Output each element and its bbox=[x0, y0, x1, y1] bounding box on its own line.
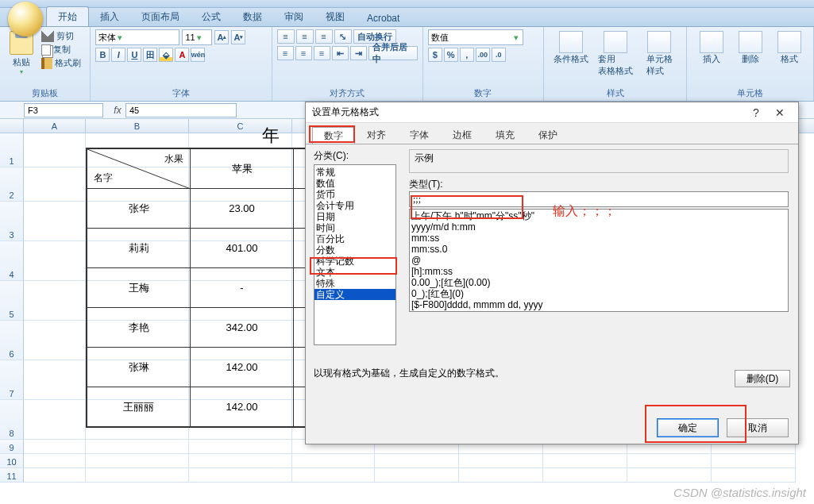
row-header-1[interactable]: 1 bbox=[0, 133, 24, 167]
category-item[interactable]: 会计专用 bbox=[314, 200, 395, 211]
align-middle[interactable]: ≡ bbox=[296, 29, 314, 44]
ribbon-tab-3[interactable]: 公式 bbox=[191, 7, 232, 26]
dialog-tab-2[interactable]: 字体 bbox=[398, 126, 441, 144]
bold-button[interactable]: B bbox=[95, 48, 110, 62]
grow-font-button[interactable]: A▴ bbox=[214, 30, 229, 44]
shrink-font-button[interactable]: A▾ bbox=[231, 30, 245, 44]
dec-decimal[interactable]: .0 bbox=[492, 48, 506, 62]
indent-inc[interactable]: ⇥ bbox=[350, 46, 367, 60]
dialog-tab-5[interactable]: 保护 bbox=[527, 126, 569, 144]
phonetic-button[interactable]: wén bbox=[191, 48, 205, 62]
group-clipboard-title: 剪贴板 bbox=[5, 87, 85, 100]
type-list-item[interactable]: mm:ss bbox=[411, 233, 786, 244]
font-name-combo[interactable]: 宋体▾ bbox=[95, 29, 179, 45]
brush-icon bbox=[41, 58, 52, 69]
ribbon-tab-6[interactable]: 视图 bbox=[314, 7, 356, 26]
conditional-format-button[interactable]: 条件格式 bbox=[549, 29, 593, 77]
ribbon-tab-2[interactable]: 页面布局 bbox=[130, 7, 191, 26]
row-header-3[interactable]: 3 bbox=[0, 202, 24, 241]
ribbon-tab-0[interactable]: 开始 bbox=[46, 6, 89, 26]
formula-input[interactable] bbox=[125, 103, 237, 117]
name-box[interactable] bbox=[24, 103, 103, 117]
align-bottom[interactable]: ≡ bbox=[315, 29, 333, 44]
number-format-combo[interactable]: 数值▾ bbox=[428, 29, 523, 45]
delete-cells-button[interactable]: 删除 bbox=[731, 29, 770, 65]
row-header-7[interactable]: 7 bbox=[0, 360, 24, 400]
accounting-button[interactable]: $ bbox=[428, 48, 442, 62]
category-item[interactable]: 分数 bbox=[314, 244, 395, 256]
copy-button[interactable]: 复制 bbox=[41, 44, 81, 56]
type-list-item[interactable]: 0_);[红色](0) bbox=[411, 288, 786, 299]
orientation[interactable]: ⤡ bbox=[334, 29, 352, 44]
category-item[interactable]: 数值 bbox=[314, 178, 395, 189]
cut-button[interactable]: 剪切 bbox=[41, 29, 81, 42]
type-list-item[interactable]: yyyy/m/d h:mm bbox=[411, 221, 786, 233]
type-list-item[interactable]: mm:ss.0 bbox=[411, 244, 786, 255]
category-item[interactable]: 自定义 bbox=[314, 289, 395, 300]
help-button[interactable]: ? bbox=[744, 106, 768, 119]
category-item[interactable]: 科学记数 bbox=[314, 256, 395, 267]
row-header-11[interactable]: 11 bbox=[0, 468, 24, 483]
row-header-10[interactable]: 10 bbox=[0, 454, 24, 468]
ribbon-tab-1[interactable]: 插入 bbox=[89, 7, 130, 26]
inc-decimal[interactable]: .00 bbox=[476, 48, 490, 62]
align-top[interactable]: ≡ bbox=[277, 29, 295, 44]
format-cells-button[interactable]: 格式 bbox=[770, 29, 808, 65]
row-header-2[interactable]: 2 bbox=[0, 167, 24, 202]
category-item[interactable]: 时间 bbox=[314, 222, 395, 233]
align-center[interactable]: ≡ bbox=[295, 46, 312, 60]
merge-button[interactable]: 合并后居中 bbox=[368, 46, 418, 60]
cancel-button[interactable]: 取消 bbox=[727, 418, 789, 437]
ok-button[interactable]: 确定 bbox=[657, 418, 719, 437]
type-list-item[interactable]: 0.00_);[红色](0.00) bbox=[411, 277, 786, 288]
comma-button[interactable]: , bbox=[460, 48, 474, 62]
align-left[interactable]: ≡ bbox=[277, 46, 294, 60]
category-item[interactable]: 日期 bbox=[314, 211, 395, 222]
format-painter-button[interactable]: 格式刷 bbox=[41, 57, 81, 69]
row-header-9[interactable]: 9 bbox=[0, 440, 24, 454]
dialog-tab-1[interactable]: 对齐 bbox=[355, 126, 398, 144]
underline-button[interactable]: U bbox=[127, 48, 141, 62]
type-list-item[interactable]: [$-F800]dddd, mmmm dd, yyyy bbox=[411, 299, 786, 310]
category-item[interactable]: 文本 bbox=[314, 267, 395, 278]
font-size-combo[interactable]: 11▾ bbox=[182, 29, 212, 45]
dialog-tab-4[interactable]: 填充 bbox=[484, 126, 527, 144]
row-header-5[interactable]: 5 bbox=[0, 281, 24, 321]
row-header-8[interactable]: 8 bbox=[0, 400, 24, 440]
category-item[interactable]: 百分比 bbox=[314, 233, 395, 244]
column-header-A[interactable]: A bbox=[24, 119, 86, 133]
dialog-tab-3[interactable]: 边框 bbox=[441, 126, 484, 144]
dialog-title: 设置单元格格式 bbox=[312, 106, 379, 119]
insert-cells-button[interactable]: 插入 bbox=[692, 29, 731, 65]
category-item[interactable]: 特殊 bbox=[314, 278, 395, 289]
delete-button[interactable]: 删除(D) bbox=[735, 370, 790, 387]
watermark: CSDN @statistics.insight bbox=[673, 486, 806, 499]
category-list[interactable]: 常规数值货币会计专用日期时间百分比分数科学记数文本特殊自定义 bbox=[314, 164, 396, 345]
italic-button[interactable]: I bbox=[111, 48, 125, 62]
type-list-item[interactable]: [h]:mm:ss bbox=[411, 266, 786, 277]
ribbon-tab-7[interactable]: Acrobat bbox=[356, 10, 411, 26]
border-button[interactable]: 田 bbox=[143, 48, 157, 62]
row-header-4[interactable]: 4 bbox=[0, 241, 24, 281]
row-header-6[interactable]: 6 bbox=[0, 321, 24, 360]
indent-dec[interactable]: ⇤ bbox=[332, 46, 349, 60]
ribbon-tab-4[interactable]: 数据 bbox=[232, 7, 273, 26]
office-button[interactable] bbox=[8, 2, 43, 37]
ribbon-tab-5[interactable]: 审阅 bbox=[273, 7, 314, 26]
fx-icon[interactable]: fx bbox=[110, 105, 125, 116]
table-format-button[interactable]: 套用 表格格式 bbox=[593, 29, 638, 77]
cell-styles-button[interactable]: 单元格 样式 bbox=[637, 29, 681, 77]
fill-color-button[interactable]: ⬙ bbox=[159, 48, 173, 62]
category-item[interactable]: 常规 bbox=[314, 167, 395, 178]
type-list[interactable]: 上午/下午 h"时"mm"分"ss"秒"yyyy/m/d h:mmmm:ssmm… bbox=[409, 209, 789, 312]
type-list-item[interactable]: [DBNum2][$-804]G/通用格式 bbox=[411, 310, 786, 312]
align-right[interactable]: ≡ bbox=[314, 46, 330, 60]
type-list-item[interactable]: @ bbox=[411, 255, 786, 266]
column-header-B[interactable]: B bbox=[86, 119, 189, 133]
percent-button[interactable]: % bbox=[444, 48, 458, 62]
font-color-button[interactable]: A bbox=[175, 48, 189, 62]
close-button[interactable]: ✕ bbox=[768, 106, 792, 119]
dialog-tab-0[interactable]: 数字 bbox=[312, 127, 355, 144]
category-item[interactable]: 货币 bbox=[314, 189, 395, 200]
paste-button[interactable]: 粘贴 ▾ bbox=[5, 29, 38, 87]
